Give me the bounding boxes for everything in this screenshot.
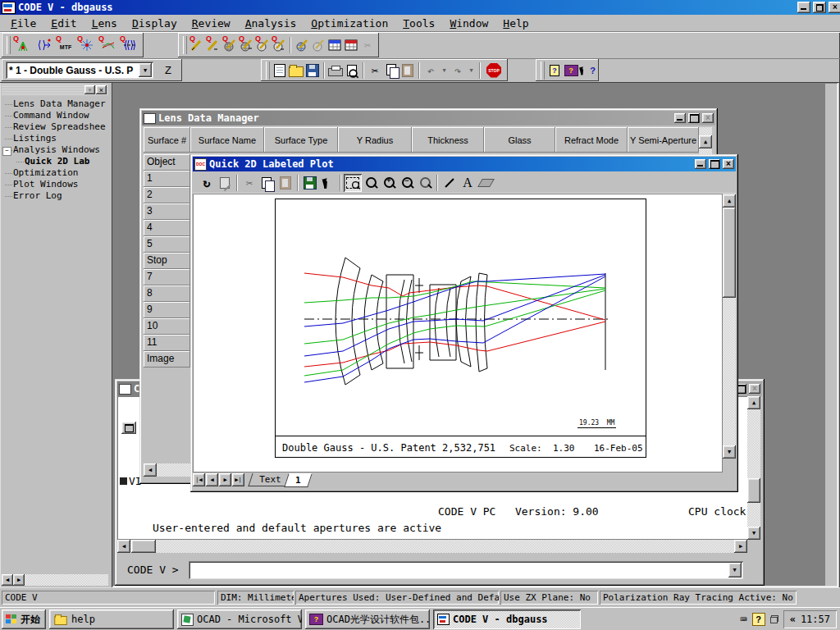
tree-panel-dropdown-icon[interactable]: ▼: [84, 85, 95, 94]
tab-next-icon[interactable]: ▶: [219, 473, 231, 486]
task-ocad-package[interactable]: ? OCAD光学设计软件包...: [305, 609, 430, 629]
ldm-col-refract-mode[interactable]: Refract Mode: [555, 127, 628, 153]
ldm-minimize-button[interactable]: [674, 113, 686, 123]
ldm-row-4[interactable]: 4: [144, 220, 190, 236]
menu-window[interactable]: Window: [442, 16, 495, 31]
plot-close-button[interactable]: ×: [723, 159, 734, 169]
tree-item-error-log[interactable]: Error Log: [2, 190, 108, 202]
tree-item-listings[interactable]: Listings: [2, 133, 108, 144]
tree-item-analysis-windows[interactable]: −Analysis Windows: [2, 144, 108, 156]
zoom-window-tool-icon[interactable]: [344, 174, 362, 192]
ldm-col-surface-name[interactable]: Surface Name: [190, 127, 264, 153]
copy-icon[interactable]: [258, 174, 276, 192]
menu-review[interactable]: Review: [185, 16, 238, 31]
ldm-row-5[interactable]: 5: [144, 236, 190, 253]
plot-maximize-button[interactable]: [709, 159, 720, 169]
menu-tools[interactable]: Tools: [395, 16, 442, 31]
mtf-icon[interactable]: Q MTF: [55, 35, 76, 55]
command-horizontal-scrollbar[interactable]: ◀ ▶: [117, 540, 747, 553]
eraser-tool-icon[interactable]: [477, 174, 495, 192]
save-file-icon[interactable]: [304, 61, 321, 80]
scroll-up-icon[interactable]: ▲: [723, 194, 736, 208]
scroll-thumb[interactable]: [723, 208, 736, 298]
menu-display[interactable]: Display: [125, 16, 185, 31]
save-plot-icon[interactable]: [301, 174, 319, 192]
scroll-left-icon[interactable]: ◀: [2, 574, 13, 586]
undo-icon[interactable]: ↶: [422, 61, 439, 80]
menu-help[interactable]: Help: [495, 16, 536, 31]
cut-icon[interactable]: ✂: [367, 61, 383, 80]
command-input-dropdown-icon[interactable]: ▼: [728, 563, 742, 578]
cut-icon[interactable]: ✂: [240, 174, 258, 192]
worksheet-save-icon[interactable]: [343, 35, 359, 55]
context-help-icon[interactable]: ?: [579, 61, 596, 80]
help-manual-icon[interactable]: ?: [563, 61, 579, 80]
task-ocad-visual[interactable]: OCAD - Microsoft Vi...: [177, 609, 302, 629]
zoom-position-button[interactable]: Z: [158, 62, 178, 79]
tree-item-review-spreadsheet[interactable]: Review Spreadshee: [2, 121, 108, 133]
print-preview-icon[interactable]: [344, 61, 360, 80]
ldm-row-11[interactable]: 11: [144, 335, 190, 351]
text-tool-icon[interactable]: A: [459, 174, 477, 192]
ldm-row-3[interactable]: 3: [144, 203, 190, 220]
tab-prev-icon[interactable]: ◀: [206, 473, 218, 486]
zoom-in-icon[interactable]: +: [380, 174, 398, 192]
scroll-thumb[interactable]: [747, 478, 760, 503]
ldm-horizontal-scrollbar[interactable]: ◀: [144, 463, 193, 477]
ldm-row-object[interactable]: Object: [144, 154, 190, 171]
minimize-button[interactable]: [797, 2, 810, 13]
ldm-col-surface-type[interactable]: Surface Type: [264, 127, 338, 153]
ldm-row-image[interactable]: Image: [144, 351, 190, 368]
view-lens-icon[interactable]: [294, 35, 310, 55]
psf-icon[interactable]: Q: [76, 35, 98, 55]
tree-panel-close-icon[interactable]: ×: [96, 85, 107, 94]
command-input[interactable]: ▼: [189, 561, 743, 579]
menu-file[interactable]: File: [3, 16, 43, 31]
menu-analysis[interactable]: Analysis: [238, 16, 304, 31]
lens-view-icon[interactable]: [34, 35, 55, 55]
tree-item-command-window[interactable]: Command Window: [2, 110, 108, 121]
paste-icon[interactable]: [276, 174, 294, 192]
app-icon[interactable]: [2, 2, 16, 14]
quick-1d-labeled-icon[interactable]: Q: [205, 35, 221, 55]
scroll-left-icon[interactable]: ◀: [117, 540, 130, 553]
undo-dropdown-icon[interactable]: ▼: [439, 61, 450, 80]
spot-diagram-icon[interactable]: Q: [12, 35, 34, 55]
task-help[interactable]: help: [49, 609, 174, 629]
tree-horizontal-scrollbar[interactable]: ◀ ▶: [2, 574, 108, 586]
new-file-icon[interactable]: [272, 61, 288, 80]
scroll-right-icon[interactable]: ▶: [13, 574, 25, 586]
view-lens-gray-icon[interactable]: [310, 35, 326, 55]
scroll-down-icon[interactable]: ▼: [747, 527, 760, 540]
stop-execution-icon[interactable]: STOP: [483, 61, 504, 80]
print-icon[interactable]: [327, 61, 344, 80]
menu-edit[interactable]: Edit: [43, 16, 84, 31]
restore-button[interactable]: [813, 2, 826, 13]
draw-plot-icon[interactable]: Q: [254, 35, 271, 55]
help-topics-icon[interactable]: ?: [546, 61, 563, 80]
task-code-v[interactable]: CODE V - dbgauss: [433, 609, 581, 629]
paste-icon[interactable]: [399, 61, 416, 80]
line-tool-icon[interactable]: [441, 174, 459, 192]
scroll-right-icon[interactable]: ▶: [734, 540, 747, 553]
ldm-maximize-button[interactable]: [688, 113, 700, 123]
ldm-row-1[interactable]: 1: [144, 171, 190, 187]
quick-2d-labeled-icon[interactable]: Q: [238, 35, 254, 55]
quick-1d-plot-icon[interactable]: Q: [189, 35, 205, 55]
redo-icon[interactable]: ↷: [450, 61, 466, 80]
ldm-col-y-radius[interactable]: Y Radius: [338, 127, 412, 153]
menu-optimization[interactable]: Optimization: [304, 16, 395, 31]
tab-page-1[interactable]: 1: [284, 473, 312, 487]
menu-lens[interactable]: Lens: [84, 16, 125, 31]
print-plot-icon[interactable]: [416, 174, 434, 192]
worksheet-buffer-icon[interactable]: [326, 35, 343, 55]
tree-item-lens-data-manager[interactable]: Lens Data Manager: [2, 98, 108, 110]
ldm-row-8[interactable]: 8: [144, 285, 190, 302]
plot-properties-icon[interactable]: [216, 174, 234, 192]
keyboard-layout-icon[interactable]: ⌨: [740, 613, 746, 626]
tree-item-quick-2d-labeled[interactable]: Quick 2D Lab: [2, 156, 108, 167]
lens-combo-dropdown-icon[interactable]: ▼: [139, 63, 152, 77]
draw-labeled-icon[interactable]: Q: [271, 35, 287, 55]
tree-item-optimization[interactable]: Optimization: [2, 167, 108, 179]
ldm-row-9[interactable]: 9: [144, 302, 190, 318]
